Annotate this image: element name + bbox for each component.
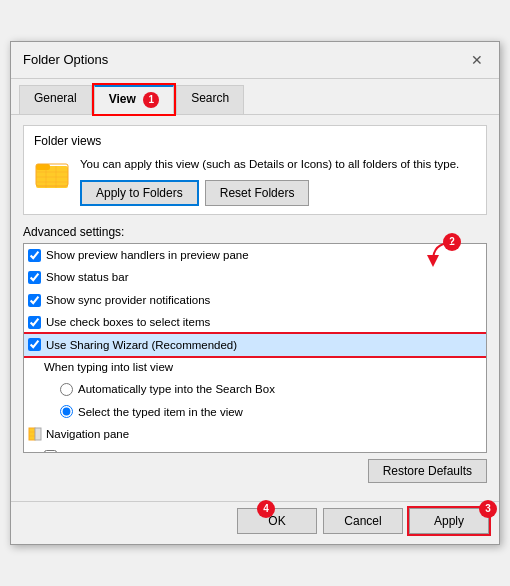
list-item-sharing-wizard: Use Sharing Wizard (Recommended) bbox=[24, 334, 486, 356]
list-item: Automatically type into the Search Box bbox=[24, 378, 486, 400]
radio-select-item[interactable] bbox=[60, 405, 73, 418]
checkbox-sharing-wizard[interactable] bbox=[28, 338, 41, 351]
list-item: Show status bar bbox=[24, 266, 486, 288]
badge-4: 4 bbox=[257, 500, 275, 518]
list-item: Always show availability status bbox=[24, 446, 486, 453]
folder-views-section: Folder views You can apply this view (su… bbox=[23, 125, 487, 215]
checkbox-show-sync[interactable] bbox=[28, 294, 41, 307]
footer-buttons: OK 4 Cancel Apply 3 bbox=[11, 501, 499, 544]
checkbox-show-status-bar[interactable] bbox=[28, 271, 41, 284]
badge-3: 3 bbox=[479, 500, 497, 518]
list-item: Show sync provider notifications bbox=[24, 289, 486, 311]
main-content: Folder views You can apply this view (su… bbox=[11, 115, 499, 501]
tab-general[interactable]: General bbox=[19, 85, 92, 114]
list-item: Select the typed item in the view bbox=[24, 401, 486, 423]
ok-button[interactable]: OK bbox=[237, 508, 317, 534]
list-item-group-label: When typing into list view bbox=[24, 356, 486, 378]
dialog-title: Folder Options bbox=[23, 52, 108, 67]
title-bar: Folder Options ✕ bbox=[11, 42, 499, 79]
arrow-2 bbox=[423, 241, 453, 271]
list-item-nav-pane: Navigation pane bbox=[24, 423, 486, 445]
apply-button[interactable]: Apply bbox=[409, 508, 489, 534]
folder-views-inner: You can apply this view (such as Details… bbox=[34, 156, 476, 206]
folder-views-right: You can apply this view (such as Details… bbox=[80, 156, 459, 206]
advanced-settings-list[interactable]: Show preview handlers in preview pane Sh… bbox=[23, 243, 487, 453]
list-item: Show preview handlers in preview pane bbox=[24, 244, 486, 266]
list-item: Use check boxes to select items bbox=[24, 311, 486, 333]
advanced-settings-label: Advanced settings: bbox=[23, 225, 487, 239]
svg-rect-1 bbox=[36, 164, 50, 170]
close-button[interactable]: ✕ bbox=[467, 50, 487, 70]
svg-rect-8 bbox=[29, 428, 35, 440]
apply-to-folders-button[interactable]: Apply to Folders bbox=[80, 180, 199, 206]
list-wrapper: Show preview handlers in preview pane Sh… bbox=[23, 243, 487, 453]
badge-2-container: 2 bbox=[443, 233, 461, 251]
advanced-settings-area: Advanced settings: Show preview handlers… bbox=[23, 225, 487, 483]
folder-views-description: You can apply this view (such as Details… bbox=[80, 156, 459, 172]
tabs-container: General View 1 Search bbox=[11, 79, 499, 115]
folder-views-buttons: Apply to Folders Reset Folders bbox=[80, 180, 459, 206]
radio-auto-type[interactable] bbox=[60, 383, 73, 396]
nav-pane-icon bbox=[28, 427, 42, 441]
restore-row: Restore Defaults bbox=[23, 459, 487, 483]
tab-view-badge: 1 bbox=[143, 92, 159, 108]
folder-icon bbox=[34, 156, 70, 192]
checkbox-availability[interactable] bbox=[44, 450, 57, 453]
tab-view[interactable]: View 1 bbox=[94, 85, 174, 114]
ok-wrapper: OK 4 bbox=[237, 508, 317, 534]
folder-options-dialog: Folder Options ✕ General View 1 Search F… bbox=[10, 41, 500, 545]
checkbox-show-preview[interactable] bbox=[28, 249, 41, 262]
cancel-button[interactable]: Cancel bbox=[323, 508, 403, 534]
svg-rect-9 bbox=[35, 428, 41, 440]
reset-folders-button[interactable]: Reset Folders bbox=[205, 180, 310, 206]
checkbox-use-checkboxes[interactable] bbox=[28, 316, 41, 329]
tab-search[interactable]: Search bbox=[176, 85, 244, 114]
folder-views-label: Folder views bbox=[34, 134, 476, 148]
restore-defaults-button[interactable]: Restore Defaults bbox=[368, 459, 487, 483]
apply-wrapper: Apply 3 bbox=[409, 508, 489, 534]
